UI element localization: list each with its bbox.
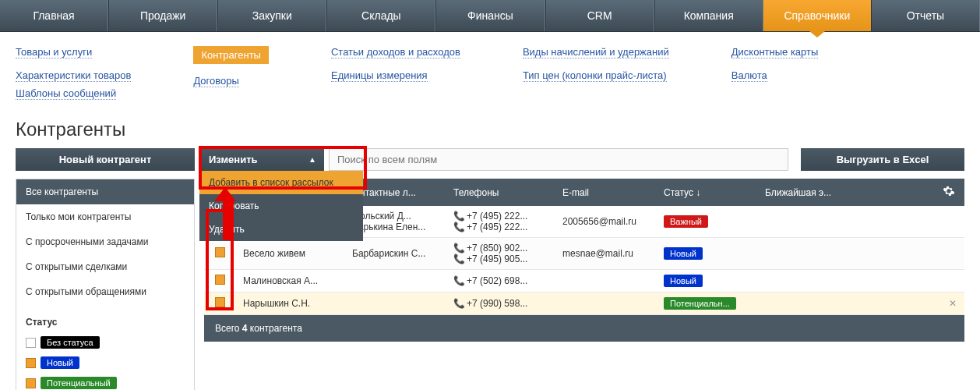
toolbar: Новый контрагент Изменить ▲ Добавить в с…	[0, 148, 980, 179]
export-excel-button[interactable]: Выгрузить в Excel	[801, 148, 964, 171]
status-filter-potential[interactable]: Потенциальный	[16, 373, 194, 390]
phone-icon: 📞	[453, 254, 465, 264]
sublink-price-types[interactable]: Тип цен (колонки прайс-листа)	[523, 69, 667, 82]
checkbox-icon	[26, 338, 36, 348]
sort-desc-icon: ↓	[696, 187, 700, 198]
sublink-message-templates[interactable]: Шаблоны сообщений	[16, 87, 116, 100]
nav-reports[interactable]: Отчеты	[871, 0, 980, 31]
top-nav: Главная Продажи Закупки Склады Финансы C…	[0, 0, 980, 32]
table-settings-button[interactable]	[933, 179, 964, 206]
row-delete-button[interactable]: ✕	[941, 293, 964, 314]
cell-phone: 📞+7 (495) 905...	[453, 254, 547, 264]
row-delete-button[interactable]	[941, 276, 964, 285]
gear-icon	[943, 185, 955, 197]
new-counterparty-button[interactable]: Новый контрагент	[16, 148, 195, 171]
cell-name: Малиновская А...	[243, 275, 318, 286]
status-filter-none[interactable]: Без статуса	[16, 332, 194, 353]
nav-crm[interactable]: CRM	[545, 0, 654, 31]
row-delete-button[interactable]	[941, 217, 964, 226]
nav-company[interactable]: Компания	[654, 0, 763, 31]
sidebar-filter-mine[interactable]: Только мои контрагенты	[16, 204, 194, 229]
cell-name: Весело живем	[243, 248, 305, 259]
cell-email: mesnae@mail.ru	[555, 243, 656, 264]
row-checkbox[interactable]	[215, 247, 225, 257]
sublink-accruals[interactable]: Виды начислений и удержаний	[523, 46, 669, 58]
status-badge: Важный	[664, 215, 708, 228]
sidebar-filter-open-cases[interactable]: С открытыми обращениями	[16, 279, 194, 304]
cell-next	[757, 249, 941, 258]
subnav: Товары и услуги Характеристики товаров К…	[0, 32, 980, 100]
table-row[interactable]: Весело живем Барбарискин С... 📞+7 (850) …	[204, 238, 964, 270]
cell-phone: 📞+7 (495) 222...	[453, 222, 547, 232]
cell-name: Нарышкин С.Н.	[243, 298, 310, 309]
content: Все контрагенты Только мои контрагенты С…	[0, 179, 980, 390]
cell-email	[555, 299, 656, 308]
sublink-currency[interactable]: Валюта	[731, 69, 767, 82]
sidebar-filter-all[interactable]: Все контрагенты	[16, 179, 194, 204]
search-input[interactable]	[329, 148, 788, 171]
sidebar-filter-overdue[interactable]: С просроченными задачами	[16, 229, 194, 254]
annotation-arrow	[220, 187, 236, 240]
status-filter-new[interactable]: Новый	[16, 353, 194, 373]
status-badge: Новый	[664, 247, 703, 260]
sidebar-filter-open-deals[interactable]: С открытыми сделками	[16, 254, 194, 279]
nav-sales[interactable]: Продажи	[108, 0, 217, 31]
cell-email	[555, 276, 656, 285]
cell-contact: Ларькина Елен...	[352, 222, 438, 232]
th-email[interactable]: E-mail	[555, 180, 656, 205]
th-status[interactable]: Статус ↓	[656, 180, 757, 205]
nav-warehouses[interactable]: Склады	[326, 0, 435, 31]
sublink-units[interactable]: Единицы измерения	[331, 69, 428, 82]
table-footer: Всего 4 контрагента	[204, 315, 964, 342]
nav-main[interactable]: Главная	[0, 0, 108, 31]
cell-next	[757, 217, 941, 226]
cell-contact: Барбарискин С...	[352, 248, 438, 259]
row-delete-button[interactable]	[941, 249, 964, 258]
cell-contact: ...ольский Д...	[352, 211, 438, 222]
sidebar: Все контрагенты Только мои контрагенты С…	[16, 179, 195, 390]
phone-icon: 📞	[453, 222, 465, 232]
page-title: Контрагенты	[16, 119, 964, 140]
sublink-product-chars[interactable]: Характеристики товаров	[16, 69, 131, 82]
checkbox-icon	[26, 378, 36, 388]
status-badge: Потенциальный	[41, 377, 117, 389]
cell-phone: 📞+7 (850) 902...	[453, 243, 547, 254]
nav-purchases[interactable]: Закупки	[217, 0, 326, 31]
table-row[interactable]: Малиновская А... 📞+7 (502) 698... Новый	[204, 270, 964, 292]
status-badge: Потенциальн...	[664, 297, 736, 310]
sidebar-status-heading: Статус	[16, 312, 194, 332]
phone-icon: 📞	[453, 243, 465, 254]
cell-phone: 📞+7 (990) 598...	[453, 298, 547, 309]
change-dropdown-wrap: Изменить ▲ Добавить в список рассылок Ко…	[199, 148, 324, 171]
change-button[interactable]: Изменить ▲	[199, 148, 324, 171]
nav-finance[interactable]: Финансы	[435, 0, 545, 31]
phone-icon: 📞	[453, 211, 465, 222]
th-next-event[interactable]: Ближайшая э...	[757, 180, 933, 205]
status-badge: Новый	[41, 356, 79, 369]
cell-next	[757, 276, 941, 285]
footer-count: 4	[242, 323, 248, 334]
row-checkbox[interactable]	[215, 297, 225, 307]
sublink-counterparties[interactable]: Контрагенты	[193, 46, 269, 64]
cell-email: 2005656@mail.ru	[555, 211, 656, 232]
nav-directories[interactable]: Справочники	[763, 0, 871, 31]
sublink-products[interactable]: Товары и услуги	[16, 46, 92, 58]
sublink-income-expense[interactable]: Статьи доходов и расходов	[331, 46, 460, 58]
change-button-label: Изменить	[209, 154, 258, 165]
status-badge: Без статуса	[41, 336, 100, 349]
th-phones[interactable]: Телефоны	[446, 180, 555, 205]
chevron-up-icon: ▲	[308, 155, 316, 164]
row-checkbox[interactable]	[215, 275, 225, 285]
close-icon: ✕	[949, 298, 957, 309]
cell-next	[757, 299, 941, 308]
sublink-discount-cards[interactable]: Дисконтные карты	[731, 46, 819, 58]
checkbox-icon	[26, 358, 36, 368]
phone-icon: 📞	[453, 275, 465, 286]
cell-phone: 📞+7 (495) 222...	[453, 211, 547, 222]
status-badge: Новый	[664, 275, 703, 287]
table-row[interactable]: Нарышкин С.Н. 📞+7 (990) 598... Потенциал…	[204, 292, 964, 315]
cell-phone: 📞+7 (502) 698...	[453, 275, 547, 286]
phone-icon: 📞	[453, 298, 465, 309]
sublink-contracts[interactable]: Договоры	[193, 75, 238, 87]
